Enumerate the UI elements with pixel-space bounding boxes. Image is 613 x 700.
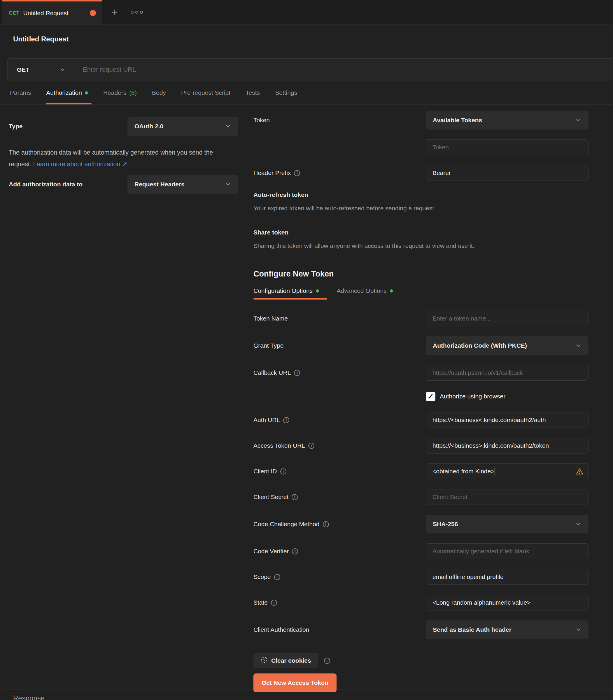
chevron-down-icon bbox=[575, 117, 582, 124]
tab-configuration-options[interactable]: Configuration Options bbox=[253, 283, 319, 300]
share-token-description: Sharing this token will allow anyone wit… bbox=[253, 242, 588, 249]
client-id-label: Client ID i bbox=[253, 468, 426, 475]
add-auth-data-select[interactable]: Request Headers bbox=[128, 175, 238, 194]
green-dot-icon bbox=[390, 289, 393, 293]
auth-description: The authorization data will be automatic… bbox=[9, 147, 216, 170]
token-input[interactable]: Token bbox=[426, 139, 588, 155]
green-dot-icon bbox=[85, 91, 88, 94]
header-prefix-label: Header Prefix i bbox=[253, 169, 426, 177]
method-select[interactable]: GET bbox=[8, 59, 74, 81]
learn-more-link[interactable]: Learn more about authorization ↗ bbox=[33, 161, 128, 168]
chevron-down-icon bbox=[225, 181, 231, 187]
page-title: Untitled Request bbox=[13, 35, 69, 43]
tab-method-badge: GET bbox=[9, 10, 19, 16]
auto-refresh-title: Auto-refresh token bbox=[253, 191, 588, 198]
new-tab-button[interactable]: + bbox=[112, 7, 118, 17]
auth-type-pane: Type OAuth 2.0 The authorization data wi… bbox=[0, 105, 247, 689]
tab-authorization[interactable]: Authorization bbox=[39, 81, 96, 104]
auth-url-input[interactable]: https://<business<.kinde.com/oauth2/auth bbox=[426, 412, 588, 428]
check-icon: ✓ bbox=[428, 392, 434, 401]
state-label: State i bbox=[253, 599, 426, 606]
configure-new-token-heading: Configure New Token bbox=[253, 270, 588, 278]
get-new-access-token-button[interactable]: Get New Access Token bbox=[253, 673, 337, 692]
clear-cookies-button[interactable]: Clear cookies bbox=[253, 653, 318, 668]
chevron-down-icon bbox=[59, 66, 66, 73]
info-icon[interactable]: i bbox=[323, 521, 329, 527]
scope-label: Scope i bbox=[253, 573, 426, 580]
code-verifier-input[interactable]: Automatically generated if left blank bbox=[426, 543, 588, 559]
method-value: GET bbox=[17, 66, 29, 73]
add-auth-data-label: Add authorization data to bbox=[9, 181, 128, 188]
client-secret-label: Client Secret i bbox=[253, 493, 426, 501]
unsaved-changes-dot bbox=[90, 10, 96, 16]
divider bbox=[250, 256, 613, 256]
cookie-icon bbox=[260, 656, 268, 665]
code-verifier-label: Code Verifier i bbox=[253, 548, 426, 555]
auto-refresh-description: Your expired token will be auto-refreshe… bbox=[253, 205, 588, 212]
code-challenge-method-label: Code Challenge Method i bbox=[253, 521, 426, 528]
client-secret-input[interactable]: Client Secret bbox=[426, 489, 588, 505]
client-id-input[interactable]: <obtained from Kinde> bbox=[426, 464, 588, 479]
request-header: Untitled Request bbox=[0, 25, 613, 53]
info-icon[interactable]: i bbox=[292, 494, 298, 500]
tab-tests[interactable]: Tests bbox=[238, 81, 268, 104]
token-name-input[interactable]: Enter a token name... bbox=[426, 311, 588, 326]
grant-type-select[interactable]: Authorization Code (With PKCE) bbox=[426, 336, 588, 355]
auth-url-label: Auth URL i bbox=[253, 416, 426, 424]
tab-pre-request-script[interactable]: Pre-request Script bbox=[173, 81, 238, 104]
authorize-using-browser-label[interactable]: Authorize using browser bbox=[440, 393, 505, 400]
client-authentication-label: Client Authentication bbox=[253, 626, 426, 633]
token-name-label: Token Name bbox=[253, 315, 426, 322]
tab-advanced-options[interactable]: Advanced Options bbox=[337, 283, 393, 300]
tab-body[interactable]: Body bbox=[144, 81, 173, 104]
chevron-down-icon bbox=[225, 123, 231, 130]
external-link-icon: ↗ bbox=[122, 161, 127, 168]
callback-url-label: Callback URL i bbox=[253, 369, 426, 376]
configure-tabs: Configuration Options Advanced Options bbox=[253, 283, 588, 300]
request-tabs: Params Authorization Headers(6) Body Pre… bbox=[0, 81, 613, 105]
grant-type-label: Grant Type bbox=[253, 342, 426, 349]
token-label: Token bbox=[253, 117, 426, 124]
info-icon[interactable]: i bbox=[292, 548, 298, 555]
token-config-pane: Token Available Tokens Token Header Pref… bbox=[247, 105, 613, 689]
info-icon[interactable]: i bbox=[294, 170, 300, 176]
tab-headers[interactable]: Headers(6) bbox=[96, 81, 144, 104]
response-title: Response bbox=[13, 694, 44, 700]
tab-settings[interactable]: Settings bbox=[268, 81, 305, 104]
chevron-down-icon bbox=[575, 626, 582, 633]
access-token-url-label: Access Token URL i bbox=[253, 442, 426, 449]
type-label: Type bbox=[9, 123, 128, 130]
info-icon[interactable]: i bbox=[308, 443, 314, 449]
tab-params[interactable]: Params bbox=[2, 81, 39, 104]
more-tabs-icon[interactable] bbox=[131, 11, 143, 14]
chevron-down-icon bbox=[575, 521, 582, 527]
info-icon[interactable]: i bbox=[271, 600, 277, 606]
info-icon[interactable]: i bbox=[274, 574, 280, 580]
request-url-input[interactable]: Enter request URL bbox=[74, 59, 613, 81]
callback-url-input[interactable]: https://oauth.pstmn.io/v1/callback bbox=[426, 365, 588, 381]
code-challenge-method-select[interactable]: SHA-256 bbox=[426, 515, 588, 533]
info-icon[interactable]: i bbox=[294, 370, 300, 376]
divider bbox=[250, 219, 613, 219]
tab-strip: GET Untitled Request + bbox=[0, 0, 613, 25]
info-icon[interactable]: i bbox=[280, 468, 286, 475]
auth-type-select[interactable]: OAuth 2.0 bbox=[128, 117, 238, 135]
info-icon[interactable]: i bbox=[324, 658, 330, 664]
warning-icon bbox=[576, 468, 584, 476]
scope-input[interactable]: email offline openid profile bbox=[426, 569, 588, 585]
share-token-title: Share token bbox=[253, 229, 588, 236]
text-cursor bbox=[495, 467, 495, 476]
headers-count-badge: (6) bbox=[129, 89, 137, 96]
state-input[interactable]: <Long random alphanumeric value> bbox=[426, 595, 588, 610]
url-bar: GET Enter request URL bbox=[0, 53, 613, 81]
header-prefix-input[interactable]: Bearer bbox=[426, 165, 588, 181]
green-dot-icon bbox=[316, 289, 319, 293]
available-tokens-select[interactable]: Available Tokens bbox=[426, 111, 588, 130]
client-authentication-select[interactable]: Send as Basic Auth header bbox=[426, 620, 588, 639]
access-token-url-input[interactable]: https://<business>.kinde.com/oauth2/toke… bbox=[426, 438, 588, 454]
authorization-panel: Type OAuth 2.0 The authorization data wi… bbox=[0, 105, 613, 689]
tab-title: Untitled Request bbox=[23, 10, 68, 17]
info-icon[interactable]: i bbox=[283, 417, 289, 423]
authorize-using-browser-checkbox[interactable]: ✓ bbox=[426, 392, 435, 401]
request-tab[interactable]: GET Untitled Request bbox=[2, 0, 102, 25]
